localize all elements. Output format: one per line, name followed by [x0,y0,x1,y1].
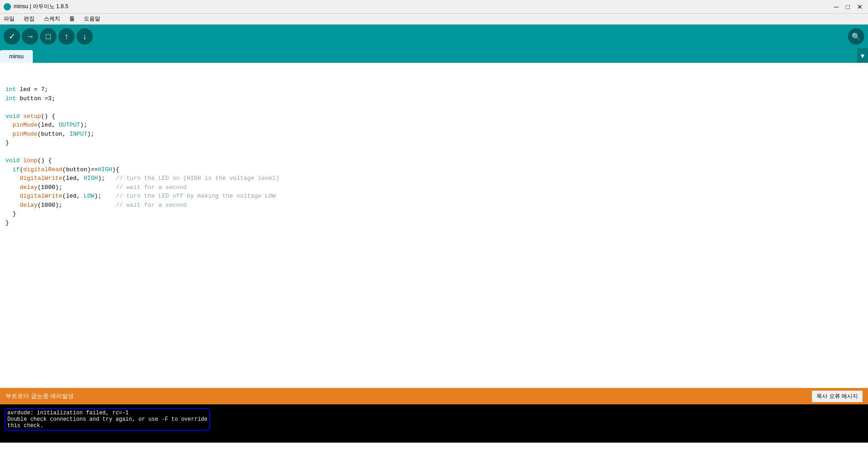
status-message: 부트로더 굽는중 에러발생 [5,392,74,400]
tab-dropdown-button[interactable]: ▾ [857,48,868,63]
error-highlight: avrdude: initialization failed, rc=-1 Do… [5,408,210,431]
open-button[interactable]: ↑ [58,28,75,45]
console-error-block: avrdude: initialization failed, rc=-1 Do… [5,407,863,431]
console-line-2: Double check connections and try again, … [7,416,207,423]
copy-error-button[interactable]: 목사 오류 메시지 [812,391,863,402]
toolbar-right: 🔍 [848,28,864,45]
code-editor[interactable]: int led = 7; int button =3; void setup()… [0,63,868,388]
serial-monitor-button[interactable]: 🔍 [848,28,864,45]
menu-sketch[interactable]: 스케치 [42,14,62,24]
title-bar: minsu | 아두이노 1.8.5 ─ □ ✕ [0,0,868,14]
window-title: minsu | 아두이노 1.8.5 [14,3,832,10]
new-button[interactable]: □ [40,28,56,45]
close-button[interactable]: ✕ [855,3,864,10]
menu-bar: 파일 편집 스케치 툴 도움말 [0,14,868,25]
status-bar: 부트로더 굽는중 에러발생 목사 오류 메시지 [0,388,868,404]
toolbar: ✓ → □ ↑ ↓ 🔍 [0,25,868,48]
menu-tools[interactable]: 툴 [67,14,77,24]
code-content: int led = 7; int button =3; void setup()… [5,86,279,226]
window-controls: ─ □ ✕ [832,3,864,10]
upload-button[interactable]: → [22,28,38,45]
save-button[interactable]: ↓ [77,28,93,45]
console-area: avrdude: initialization failed, rc=-1 Do… [0,404,868,443]
console-line-3: this check. [7,423,43,429]
menu-file[interactable]: 파일 [2,14,16,24]
verify-button[interactable]: ✓ [4,28,20,45]
tab-minsu[interactable]: minsu [0,50,33,63]
menu-help[interactable]: 도움말 [82,14,102,24]
app-logo [4,3,11,10]
minimize-button[interactable]: ─ [832,3,841,10]
menu-edit[interactable]: 편집 [22,14,36,24]
maximize-button[interactable]: □ [844,3,852,10]
tab-area: minsu ▾ [0,48,868,63]
console-line-1: avrdude: initialization failed, rc=-1 [7,410,128,416]
